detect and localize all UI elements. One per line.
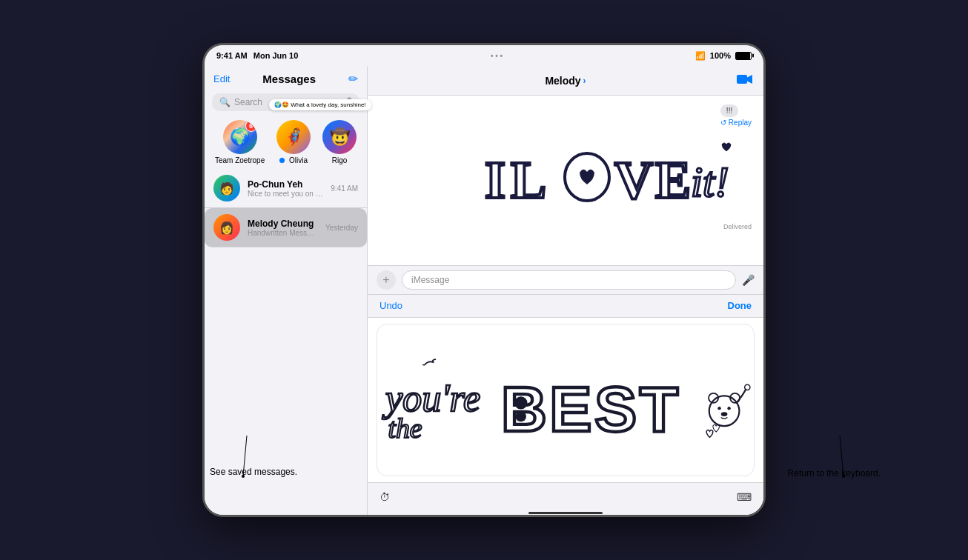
tapback-area: !!! ↺ Replay [720,104,752,127]
battery-icon [735,52,752,60]
handwriting-canvas[interactable]: you're the BEST [377,324,755,477]
svg-point-10 [516,410,527,421]
pinned-contact-zoetrope[interactable]: 🌍 6 Team Zoetrope [215,120,265,164]
chat-title: Melody › [545,75,586,87]
svg-point-9 [514,396,527,409]
svg-point-16 [721,412,728,416]
search-icon: 🔍 [219,97,231,107]
sidebar: Edit Messages ✏ 🔍 Search 🎤 🌍 6 [205,66,368,515]
contact-name-zoetrope: Team Zoetrope [215,156,265,164]
conv-name-pochun: Po-Chun Yeh [248,179,323,190]
conv-item-melody[interactable]: 👩 Melody Cheung Handwritten Message Yest… [205,208,367,247]
ipad-frame: 9:41 AM Mon Jun 10 • • • 📶 100% Edit Mes… [202,43,766,517]
done-button[interactable]: Done [728,300,752,311]
pinned-contact-rigo[interactable]: 🤠 Rigo [322,120,357,164]
chat-messages: !!! ↺ Replay I [368,96,763,265]
status-left: 9:41 AM Mon Jun 10 [216,51,298,60]
annotation-saved-messages: See saved messages. [210,467,297,479]
conv-item-pochun[interactable]: 🧑 Po-Chun Yeh Nice to meet you on the tr… [205,169,367,208]
status-dots: • • • [491,52,503,60]
chevron-icon: › [583,76,586,86]
conv-time-melody: Yesterday [325,224,358,232]
svg-text:the: the [388,413,422,444]
tapback-icons: !!! [720,104,738,117]
compose-icon[interactable]: ✏ [348,72,358,86]
svg-text:it!: it! [691,158,729,206]
svg-point-14 [717,406,720,409]
wifi-icon: 📶 [695,51,706,61]
replay-button[interactable]: ↺ Replay [720,119,752,127]
delivered-status: Delivered [379,223,752,230]
svg-point-15 [727,406,730,409]
home-bar [528,512,603,514]
sidebar-title: Messages [262,73,316,85]
annotation-keyboard: Return to the keyboard. [788,468,881,479]
contact-name-rigo: Rigo [332,156,348,164]
undo-button[interactable]: Undo [379,300,402,311]
chat-panel: Melody › [368,66,763,515]
message-group: !!! ↺ Replay I [379,104,752,230]
replay-icon: ↺ [720,119,726,127]
avatar-rigo: 🤠 [322,120,357,154]
message-input-area: + iMessage 🎤 [368,265,763,294]
conv-name-melody: Melody Cheung [248,219,318,229]
bottom-toolbar: ⏱ ⌨ [368,482,763,510]
pinned-contacts-row: 🌍 6 Team Zoetrope 🦸‍♀️ 🌍🤩 What a [205,116,367,169]
input-mic-button[interactable]: 🎤 [742,274,755,286]
status-bar: 9:41 AM Mon Jun 10 • • • 📶 100% [205,45,763,66]
conversation-list: 🧑 Po-Chun Yeh Nice to meet you on the tr… [205,169,367,515]
pinned-contact-olivia[interactable]: 🦸‍♀️ 🌍🤩 What a lovely day, sunshine! Oli… [276,120,311,164]
sidebar-header: Edit Messages ✏ [205,66,367,90]
chat-header: Melody › [368,66,763,96]
edit-button[interactable]: Edit [213,73,230,84]
time: 9:41 AM [216,51,248,60]
conv-info-pochun: Po-Chun Yeh Nice to meet you on the trai… [248,179,323,198]
handwriting-svg: you're the BEST [377,324,754,476]
home-indicator [368,510,763,515]
love-it-message: I L VE it! [470,131,752,220]
avatar-zoetrope: 🌍 6 [223,120,257,154]
avatar-olivia: 🦸‍♀️ [276,120,311,154]
svg-rect-0 [737,75,747,84]
love-it-svg: I L VE it! [470,131,752,220]
conv-info-melody: Melody Cheung Handwritten Message [248,219,318,237]
keyboard-icon[interactable]: ⌨ [737,491,752,503]
svg-text:I: I [485,150,507,210]
conv-time-pochun: 9:41 AM [331,184,358,193]
avatar-pochun: 🧑 [213,175,240,201]
svg-text:L: L [511,150,548,210]
history-icon[interactable]: ⏱ [379,491,390,503]
battery-label: 100% [710,51,731,60]
date: Mon Jun 10 [253,51,299,60]
avatar-melody: 👩 [213,214,240,241]
bubble-overlay: 🌍🤩 What a lovely day, sunshine! [269,99,371,110]
video-call-button[interactable] [737,73,753,88]
app-container: Edit Messages ✏ 🔍 Search 🎤 🌍 6 [205,66,763,515]
status-right: 📶 100% [695,51,752,61]
conv-preview-pochun: Nice to meet you on the trail today [248,190,323,198]
unread-dot [279,158,285,163]
add-button[interactable]: + [377,270,396,290]
svg-text:BEST: BEST [501,373,681,444]
undo-done-bar: Undo Done [368,294,763,318]
contact-name-olivia: Olivia [279,156,308,164]
svg-point-17 [745,384,750,390]
badge-zoetrope: 6 [245,120,257,132]
conv-preview-melody: Handwritten Message [248,229,318,237]
message-input[interactable]: iMessage [402,270,736,290]
svg-point-11 [709,396,740,426]
svg-text:VE: VE [614,150,693,210]
